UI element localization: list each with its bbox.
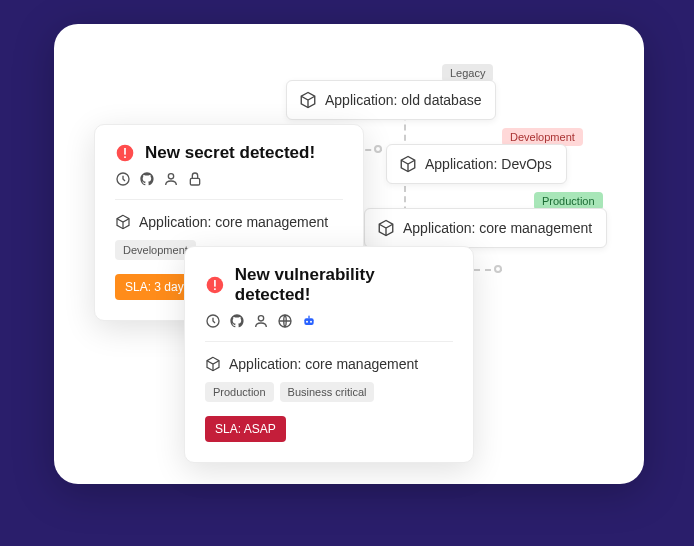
- connector-dot: [374, 145, 382, 153]
- app-label: Application: old database: [325, 92, 481, 108]
- tag-business-critical: Business critical: [280, 382, 375, 402]
- cube-icon: [205, 356, 221, 372]
- user-icon: [163, 171, 179, 187]
- app-label: Application: DevOps: [425, 156, 552, 172]
- app-label: Application: core management: [403, 220, 592, 236]
- svg-rect-5: [190, 178, 199, 185]
- alert-app-label: Application: core management: [139, 214, 328, 230]
- canvas: Legacy Application: old database Develop…: [54, 24, 644, 484]
- sla-badge: SLA: ASAP: [205, 416, 286, 442]
- github-icon: [139, 171, 155, 187]
- svg-rect-8: [214, 288, 216, 290]
- svg-rect-7: [214, 280, 216, 287]
- cube-icon: [299, 91, 317, 109]
- alert-icon-row: [115, 171, 343, 187]
- svg-point-4: [168, 174, 173, 179]
- alert-vulnerability-card[interactable]: New vulnerability detected! Application:…: [184, 246, 474, 463]
- lock-icon: [187, 171, 203, 187]
- app-devops[interactable]: Application: DevOps: [386, 144, 567, 184]
- svg-rect-15: [308, 316, 309, 319]
- alert-title: New secret detected!: [145, 143, 315, 163]
- connector-dot: [494, 265, 502, 273]
- alert-icon: [205, 275, 225, 295]
- alert-icon-row: [205, 313, 453, 329]
- clock-icon: [205, 313, 221, 329]
- divider: [205, 341, 453, 342]
- tag-production: Production: [205, 382, 274, 402]
- bot-icon: [301, 313, 317, 329]
- cube-icon: [377, 219, 395, 237]
- alert-app-line: Application: core management: [115, 214, 343, 230]
- alert-title: New vulnerability detected!: [235, 265, 453, 305]
- svg-rect-12: [304, 318, 313, 325]
- app-core-management[interactable]: Application: core management: [364, 208, 607, 248]
- cube-icon: [115, 214, 131, 230]
- svg-point-10: [258, 316, 263, 321]
- divider: [115, 199, 343, 200]
- svg-rect-1: [124, 148, 126, 155]
- svg-rect-2: [124, 156, 126, 158]
- app-old-database[interactable]: Application: old database: [286, 80, 496, 120]
- alert-icon: [115, 143, 135, 163]
- globe-icon: [277, 313, 293, 329]
- svg-point-13: [306, 321, 308, 323]
- alert-app-line: Application: core management: [205, 356, 453, 372]
- alert-app-label: Application: core management: [229, 356, 418, 372]
- cube-icon: [399, 155, 417, 173]
- clock-icon: [115, 171, 131, 187]
- github-icon: [229, 313, 245, 329]
- svg-point-14: [310, 321, 312, 323]
- user-icon: [253, 313, 269, 329]
